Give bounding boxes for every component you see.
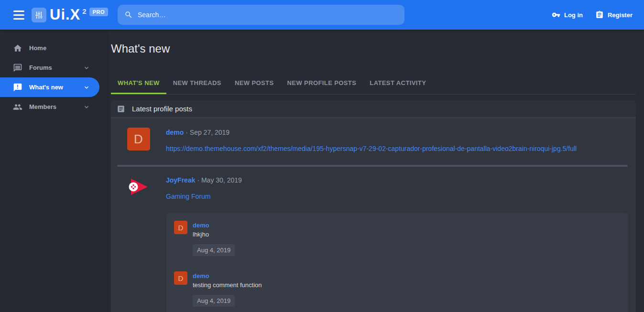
comment-date-chip[interactable]: Aug 4, 2019	[193, 244, 235, 256]
sidebar-item-members[interactable]: Members	[0, 97, 99, 117]
comment-text: testing comment function	[193, 281, 262, 289]
post-body-link[interactable]: Gaming Forum	[166, 193, 210, 200]
forums-icon	[13, 63, 22, 73]
tab-new-threads[interactable]: NEW THREADS	[166, 76, 228, 94]
sliders-icon	[32, 8, 46, 22]
sidebar-item-label: Forums	[29, 64, 52, 71]
register-button[interactable]: Register	[595, 11, 633, 19]
comments-panel: D demo lhkjho Aug 4, 2019 D demo testing…	[166, 213, 628, 312]
logo-pro-badge: PRO	[89, 8, 108, 16]
post-date: May 30, 2019	[201, 176, 242, 184]
members-icon	[13, 102, 22, 112]
block-header: Latest profile posts	[111, 100, 636, 118]
joyfreak-avatar[interactable]	[127, 175, 150, 198]
profile-post: D demo · Sep 27, 2019 https://demo.theme…	[111, 118, 636, 152]
sidebar-item-label: Members	[29, 103, 56, 110]
post-meta: demo · Sep 27, 2019	[166, 128, 628, 137]
comment-text: lhkjho	[193, 231, 235, 238]
block-title: Latest profile posts	[132, 105, 192, 113]
post-date: Sep 27, 2019	[190, 129, 229, 136]
sidebar: Home Forums What's new Members	[0, 30, 109, 312]
avatar[interactable]: D	[174, 221, 187, 234]
comment: D demo testing comment function Aug 4, 2…	[174, 271, 620, 307]
clipboard-icon	[595, 11, 604, 19]
chevron-down-icon[interactable]	[83, 84, 90, 91]
search-input[interactable]	[138, 11, 398, 19]
chevron-down-icon[interactable]	[83, 64, 90, 72]
latest-profile-posts-block: Latest profile posts D demo · Sep 27, 20…	[111, 100, 636, 312]
app-header: Ui.X 2 PRO Log in Register	[0, 0, 644, 30]
meta-separator: ·	[186, 129, 188, 136]
login-button[interactable]: Log in	[552, 11, 583, 19]
home-icon	[13, 43, 22, 53]
comment: D demo lhkjho Aug 4, 2019	[174, 221, 620, 256]
tab-bar: WHAT'S NEW NEW THREADS NEW POSTS NEW PRO…	[111, 76, 636, 95]
post-meta: JoyFreak · May 30, 2019	[166, 175, 628, 184]
whats-new-icon	[13, 83, 22, 92]
key-icon	[552, 11, 560, 19]
menu-icon[interactable]	[13, 11, 24, 20]
page-title: What's new	[111, 42, 636, 55]
tab-whats-new[interactable]: WHAT'S NEW	[111, 76, 166, 94]
sidebar-item-label: Home	[29, 44, 46, 52]
avatar[interactable]: D	[174, 271, 187, 285]
author-link[interactable]: JoyFreak	[166, 176, 195, 184]
site-logo[interactable]: Ui.X 2 PRO	[32, 7, 108, 23]
sidebar-item-label: What's new	[29, 84, 63, 91]
author-link[interactable]: demo	[166, 129, 184, 136]
article-icon	[117, 105, 125, 113]
profile-post: JoyFreak · May 30, 2019 Gaming Forum	[111, 167, 636, 200]
sidebar-item-forums[interactable]: Forums	[0, 58, 99, 77]
main-content: What's new WHAT'S NEW NEW THREADS NEW PO…	[109, 30, 644, 312]
tab-new-posts[interactable]: NEW POSTS	[228, 76, 281, 94]
sidebar-item-home[interactable]: Home	[0, 38, 99, 58]
logo-text: Ui.X	[50, 7, 80, 23]
post-body-link[interactable]: https://demo.themehouse.com/xf2/themes/m…	[166, 145, 577, 152]
login-label: Log in	[564, 11, 583, 19]
tab-new-profile-posts[interactable]: NEW PROFILE POSTS	[281, 76, 363, 94]
search-bar[interactable]	[118, 5, 404, 25]
chevron-down-icon[interactable]	[83, 103, 90, 111]
author-link[interactable]: demo	[193, 222, 209, 229]
register-label: Register	[608, 11, 633, 19]
search-icon	[124, 11, 133, 19]
comment-date-chip[interactable]: Aug 4, 2019	[193, 295, 235, 307]
sidebar-item-whats-new[interactable]: What's new	[0, 77, 99, 97]
tab-latest-activity[interactable]: LATEST ACTIVITY	[363, 76, 433, 94]
avatar[interactable]: D	[127, 128, 150, 151]
meta-separator: ·	[197, 176, 199, 184]
logo-version: 2	[82, 7, 86, 15]
author-link[interactable]: demo	[193, 272, 209, 280]
